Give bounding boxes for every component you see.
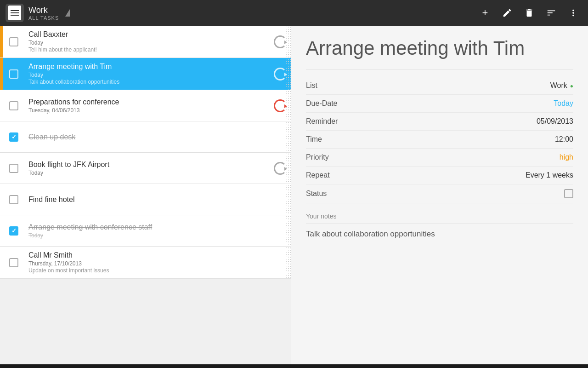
app-header: Work ALL TASKS <box>6 4 476 22</box>
task-checkbox[interactable] <box>9 101 18 110</box>
repeat-icon-area <box>269 58 291 90</box>
duedate-value: Today <box>554 99 573 108</box>
repeat-circle-icon <box>274 99 287 112</box>
task-title: Arrange meeting with Tim <box>28 63 266 71</box>
edit-button[interactable] <box>498 4 516 22</box>
task-checkbox[interactable] <box>9 37 18 46</box>
detail-row-reminder: Reminder 05/09/2013 <box>306 113 573 131</box>
time-value: 12:00 <box>555 135 573 144</box>
status-label: Status <box>306 190 327 198</box>
list-item[interactable]: Preparations for conference Tuesday, 04/… <box>0 90 291 121</box>
task-checkbox[interactable] <box>9 226 18 236</box>
notes-label: Your notes <box>306 213 573 220</box>
app-title-group: Work ALL TASKS <box>28 6 59 21</box>
task-checkbox[interactable] <box>9 132 18 142</box>
task-list-panel: Call Baxxter Today Tell him about the ap… <box>0 26 291 364</box>
task-content: Arrange meeting with conference staff To… <box>25 215 291 246</box>
task-subtitle: Update on most important issues <box>28 267 288 274</box>
task-title: Arrange meeting with conference staff <box>28 223 288 231</box>
filter-button[interactable] <box>542 4 560 22</box>
checkbox-area[interactable] <box>3 215 25 246</box>
task-date: Today <box>28 232 288 239</box>
task-title: Call Baxxter <box>28 30 266 39</box>
task-date: Today <box>28 72 266 78</box>
list-item[interactable]: Find fine hotel <box>0 184 291 215</box>
task-content: Arrange meeting with Tim Today Talk abou… <box>25 58 269 90</box>
status-checkbox[interactable] <box>564 189 573 198</box>
duedate-label: Due-Date <box>306 99 337 108</box>
app-title: Work <box>28 6 59 15</box>
task-title: Find fine hotel <box>28 196 288 204</box>
task-content: Clean up desk <box>25 121 291 152</box>
reminder-value: 05/09/2013 <box>537 117 573 126</box>
task-subtitle: Tell him about the applicant! <box>28 46 266 53</box>
task-content: Call Mr Smith Thursday, 17/10/2013 Updat… <box>25 247 291 278</box>
app-subtitle: ALL TASKS <box>28 15 59 21</box>
notes-section: Your notes Talk about collaboration oppo… <box>306 213 573 239</box>
app-icon <box>6 4 24 22</box>
detail-row-time: Time 12:00 <box>306 131 573 149</box>
task-checkbox[interactable] <box>9 258 18 267</box>
priority-value: high <box>560 153 573 161</box>
main-content: Call Baxxter Today Tell him about the ap… <box>0 26 588 364</box>
task-content: Call Baxxter Today Tell him about the ap… <box>25 26 269 58</box>
task-content: Preparations for conference Tuesday, 04/… <box>25 90 269 121</box>
detail-row-status: Status <box>306 184 573 203</box>
add-button[interactable]: + <box>476 4 494 22</box>
repeat-circle-icon <box>274 68 287 80</box>
task-subtitle: Talk about collaboration opportunities <box>28 79 266 85</box>
repeat-circle-icon <box>274 162 287 175</box>
delete-button[interactable] <box>520 4 538 22</box>
checkbox-area[interactable] <box>3 58 25 90</box>
checkbox-area[interactable] <box>3 121 25 152</box>
checkbox-area[interactable] <box>3 90 25 121</box>
signal-icon <box>65 9 70 17</box>
priority-label: Priority <box>306 153 329 161</box>
task-title: Call Mr Smith <box>28 251 288 259</box>
detail-row-priority: Priority high <box>306 149 573 167</box>
repeat-icon-area <box>269 90 291 121</box>
list-item[interactable]: Call Mr Smith Thursday, 17/10/2013 Updat… <box>0 247 291 279</box>
reminder-label: Reminder <box>306 117 338 126</box>
detail-row-repeat: Repeat Every 1 weeks <box>306 167 573 184</box>
task-detail-panel: Arrange meeting with Tim List Work Due-D… <box>291 26 588 364</box>
repeat-value: Every 1 weeks <box>526 171 573 179</box>
task-content: Book flight to JFK Airport Today <box>25 153 269 184</box>
list-item[interactable]: Arrange meeting with conference staff To… <box>0 215 291 247</box>
top-bar: Work ALL TASKS + <box>0 0 588 26</box>
list-label: List <box>306 81 317 90</box>
list-item[interactable]: Call Baxxter Today Tell him about the ap… <box>0 26 291 58</box>
task-title: Preparations for conference <box>28 98 266 106</box>
detail-row-list: List Work <box>306 77 573 95</box>
list-item[interactable]: Book flight to JFK Airport Today <box>0 153 291 184</box>
checkbox-area[interactable] <box>3 26 25 58</box>
checkbox-area[interactable] <box>3 153 25 184</box>
detail-row-duedate: Due-Date Today <box>306 95 573 113</box>
task-content: Find fine hotel <box>25 184 291 215</box>
detail-fields: List Work Due-Date Today Reminder 05/09/… <box>306 77 573 203</box>
task-date: Tuesday, 04/06/2013 <box>28 107 266 114</box>
repeat-circle-icon <box>274 35 287 48</box>
list-item[interactable]: Arrange meeting with Tim Today Talk abou… <box>0 58 291 90</box>
time-label: Time <box>306 135 322 144</box>
detail-title: Arrange meeting with Tim <box>306 37 573 60</box>
repeat-icon-area <box>269 153 291 184</box>
checkbox-area[interactable] <box>3 247 25 278</box>
notes-divider <box>306 224 573 224</box>
toolbar-actions: + <box>476 4 582 22</box>
task-date: Today <box>28 170 266 176</box>
repeat-icon-area <box>269 26 291 58</box>
task-date: Today <box>28 40 266 46</box>
task-checkbox[interactable] <box>9 69 18 79</box>
notes-text: Talk about collaboration opportunities <box>306 230 573 239</box>
checkbox-area[interactable] <box>3 184 25 215</box>
list-item[interactable]: Clean up desk <box>0 121 291 153</box>
task-checkbox[interactable] <box>9 195 18 204</box>
task-checkbox[interactable] <box>9 164 18 173</box>
detail-divider <box>306 69 573 69</box>
repeat-label: Repeat <box>306 171 330 179</box>
list-value: Work <box>550 81 573 90</box>
bottom-bar: ← 04:10 <box>0 364 588 368</box>
task-title: Clean up desk <box>28 133 288 141</box>
more-button[interactable] <box>564 4 582 22</box>
